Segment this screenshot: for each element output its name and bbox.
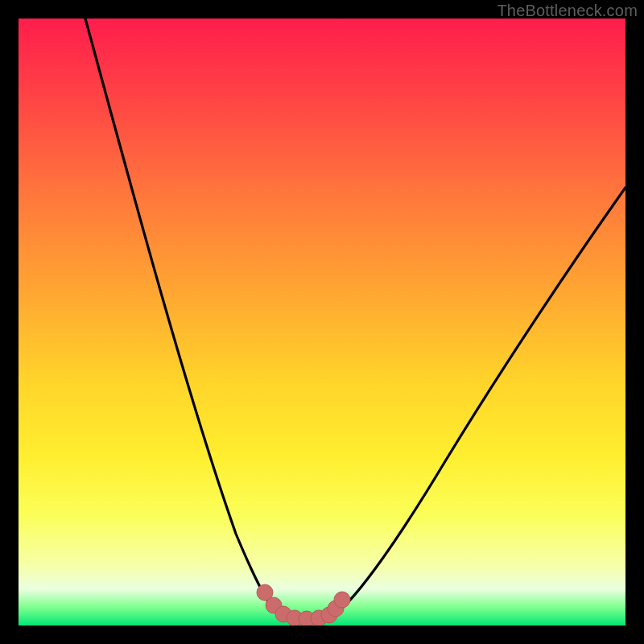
marker-group [257, 584, 350, 625]
bottleneck-curve [85, 19, 625, 619]
marker-dot [334, 592, 350, 608]
outer-frame: TheBottleneck.com [0, 0, 644, 644]
watermark-text: TheBottleneck.com [497, 2, 638, 20]
bottleneck-curve-svg [19, 19, 625, 625]
plot-area [19, 19, 625, 625]
